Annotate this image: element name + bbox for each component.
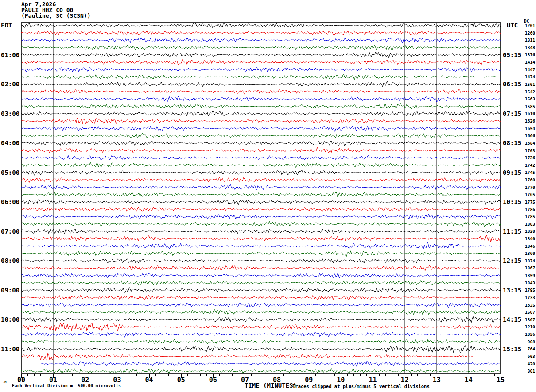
trace-row-green <box>21 75 501 80</box>
trace-row-green <box>21 309 501 315</box>
dc-value: 1507 <box>519 310 535 315</box>
trace-row-black <box>21 170 501 175</box>
dc-value: 1733 <box>519 295 535 300</box>
dc-value: 1311 <box>519 38 535 42</box>
trace-row-black <box>21 52 501 58</box>
trace-row-red <box>21 353 473 360</box>
trace-row-black <box>21 316 501 323</box>
edt-hour-label: 09:00 <box>1 287 19 294</box>
dc-value: 420 <box>519 361 535 366</box>
trace-row-green <box>21 221 501 227</box>
dc-value: 1376 <box>519 52 535 57</box>
trace-row-red <box>21 147 501 153</box>
edt-hour-label: 04:00 <box>1 139 19 146</box>
trace-row-red <box>21 89 501 94</box>
trace-row-black <box>21 200 501 205</box>
trace-row-blue <box>21 67 501 72</box>
dc-value: 1859 <box>519 273 535 278</box>
trace-row-blue <box>21 126 501 132</box>
trace-row-green <box>21 45 501 50</box>
trace-row-green <box>21 339 501 344</box>
trace-row-blue <box>21 38 501 43</box>
dc-value: 1765 <box>519 192 535 197</box>
x-tick-label: 11 <box>364 377 381 384</box>
dc-value: 1260 <box>519 31 535 35</box>
utc-hour-label: 05:15 <box>503 51 521 58</box>
x-tick-label: 03 <box>108 377 126 384</box>
utc-axis-label: UTC <box>507 22 518 29</box>
trace-row-blue <box>21 242 501 249</box>
dc-value: 1414 <box>519 60 535 65</box>
trace-row-black <box>21 141 501 146</box>
scale-note: Each Vertical Division = 500.00 microvol… <box>12 383 121 388</box>
edt-hour-label: 08:00 <box>1 257 19 264</box>
dc-value: 1760 <box>519 177 535 182</box>
dc-value: 1840 <box>519 236 535 241</box>
dc-value: 1726 <box>519 155 535 160</box>
x-tick-label: 15 <box>492 377 509 384</box>
dc-value: 1474 <box>519 74 535 79</box>
trace-row-black <box>21 81 501 87</box>
trace-row-blue <box>21 214 501 219</box>
trace-row-green <box>21 103 501 109</box>
edt-hour-label: 05:00 <box>1 169 19 176</box>
utc-hour-label: 07:15 <box>503 110 521 117</box>
trace-row-blue <box>21 332 501 337</box>
dc-value: 1874 <box>519 258 535 263</box>
dc-value: 1795 <box>519 288 535 292</box>
edt-hour-label: 02:00 <box>1 81 19 88</box>
trace-row-red <box>21 118 501 124</box>
dc-value: 1654 <box>519 126 535 131</box>
x-tick-label: 04 <box>140 377 158 384</box>
dc-value: 1860 <box>519 251 535 256</box>
trace-row-green <box>21 369 501 374</box>
x-tick-label: 06 <box>204 377 222 384</box>
edt-hour-label: 07:00 <box>1 228 19 235</box>
trace-row-blue <box>21 184 501 190</box>
dc-value: 1210 <box>519 324 535 329</box>
dc-value: 1775 <box>519 200 535 204</box>
utc-hour-label: 11:15 <box>503 228 521 235</box>
dc-value: 1542 <box>519 89 535 94</box>
dc-value: 1843 <box>519 281 535 285</box>
trace-row-blue <box>41 361 500 367</box>
edt-hour-label: 03:00 <box>1 110 19 117</box>
trace-row-blue <box>21 155 501 160</box>
dc-value: 1786 <box>519 207 535 212</box>
dc-value: 1828 <box>519 229 535 234</box>
trace-row-black <box>21 229 501 234</box>
edt-hour-label: 11:00 <box>1 346 19 353</box>
x-tick-label: 01 <box>44 377 62 384</box>
utc-hour-label: 13:15 <box>503 287 521 294</box>
dc-value: 1666 <box>519 133 535 138</box>
trace-row-red <box>21 31 501 35</box>
dc-value: 764 <box>519 346 535 351</box>
edt-axis-label: EDT <box>1 22 12 29</box>
dc-value: 1501 <box>519 82 535 87</box>
trace-row-red <box>21 177 501 182</box>
x-tick-label: 02 <box>76 377 94 384</box>
dc-value: 1201 <box>519 23 535 28</box>
x-axis-title: TIME (MINUTES) <box>245 382 297 389</box>
dc-value: 1867 <box>519 265 535 270</box>
trace-row-green <box>21 251 501 257</box>
x-tick-label: 09 <box>300 377 318 384</box>
dc-value: 1626 <box>519 119 535 123</box>
dc-value: 908 <box>519 339 535 344</box>
dc-value: 1745 <box>519 170 535 175</box>
x-tick-label: 10 <box>332 377 350 384</box>
dc-value: 1785 <box>519 214 535 219</box>
x-tick-label: 12 <box>396 377 414 384</box>
dc-value: 603 <box>519 354 535 359</box>
trace-row-blue <box>21 96 501 102</box>
trace-row-red <box>21 265 501 271</box>
utc-hour-label: 09:15 <box>503 169 521 176</box>
trace-row-red <box>21 207 501 211</box>
trace-row-blue <box>21 303 501 308</box>
dc-value: 1056 <box>519 332 535 337</box>
x-tick-label: 05 <box>172 377 190 384</box>
utc-hour-label: 10:15 <box>503 198 521 205</box>
trace-row-red <box>21 59 501 65</box>
utc-hour-label: 15:15 <box>503 346 521 353</box>
dc-value: 1348 <box>519 45 535 50</box>
